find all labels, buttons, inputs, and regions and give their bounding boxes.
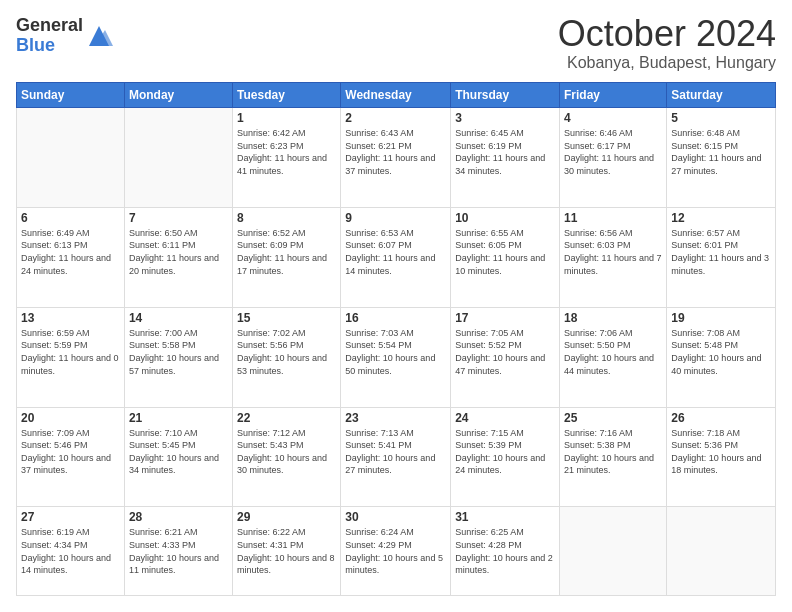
day-number: 27 <box>21 510 120 524</box>
day-number: 29 <box>237 510 336 524</box>
month-title: October 2024 <box>558 16 776 52</box>
day-info: Sunrise: 6:48 AM Sunset: 6:15 PM Dayligh… <box>671 127 771 177</box>
table-row: 11Sunrise: 6:56 AM Sunset: 6:03 PM Dayli… <box>560 207 667 307</box>
logo-icon <box>85 22 113 50</box>
table-row: 1Sunrise: 6:42 AM Sunset: 6:23 PM Daylig… <box>233 108 341 208</box>
day-info: Sunrise: 6:19 AM Sunset: 4:34 PM Dayligh… <box>21 526 120 576</box>
day-info: Sunrise: 6:53 AM Sunset: 6:07 PM Dayligh… <box>345 227 446 277</box>
day-info: Sunrise: 7:08 AM Sunset: 5:48 PM Dayligh… <box>671 327 771 377</box>
table-row: 3Sunrise: 6:45 AM Sunset: 6:19 PM Daylig… <box>451 108 560 208</box>
logo-general: General <box>16 16 83 36</box>
page: General Blue October 2024 Kobanya, Budap… <box>0 0 792 612</box>
title-block: October 2024 Kobanya, Budapest, Hungary <box>558 16 776 72</box>
table-row: 13Sunrise: 6:59 AM Sunset: 5:59 PM Dayli… <box>17 307 125 407</box>
day-info: Sunrise: 6:25 AM Sunset: 4:28 PM Dayligh… <box>455 526 555 576</box>
table-row: 18Sunrise: 7:06 AM Sunset: 5:50 PM Dayli… <box>560 307 667 407</box>
day-number: 1 <box>237 111 336 125</box>
day-info: Sunrise: 7:00 AM Sunset: 5:58 PM Dayligh… <box>129 327 228 377</box>
header-friday: Friday <box>560 83 667 108</box>
day-info: Sunrise: 7:05 AM Sunset: 5:52 PM Dayligh… <box>455 327 555 377</box>
header-wednesday: Wednesday <box>341 83 451 108</box>
day-info: Sunrise: 7:10 AM Sunset: 5:45 PM Dayligh… <box>129 427 228 477</box>
table-row: 5Sunrise: 6:48 AM Sunset: 6:15 PM Daylig… <box>667 108 776 208</box>
location: Kobanya, Budapest, Hungary <box>558 54 776 72</box>
day-info: Sunrise: 6:42 AM Sunset: 6:23 PM Dayligh… <box>237 127 336 177</box>
day-number: 16 <box>345 311 446 325</box>
day-number: 7 <box>129 211 228 225</box>
day-info: Sunrise: 6:43 AM Sunset: 6:21 PM Dayligh… <box>345 127 446 177</box>
day-info: Sunrise: 6:56 AM Sunset: 6:03 PM Dayligh… <box>564 227 662 277</box>
table-row: 4Sunrise: 6:46 AM Sunset: 6:17 PM Daylig… <box>560 108 667 208</box>
day-number: 17 <box>455 311 555 325</box>
day-number: 14 <box>129 311 228 325</box>
weekday-header-row: Sunday Monday Tuesday Wednesday Thursday… <box>17 83 776 108</box>
day-number: 24 <box>455 411 555 425</box>
header: General Blue October 2024 Kobanya, Budap… <box>16 16 776 72</box>
day-info: Sunrise: 6:52 AM Sunset: 6:09 PM Dayligh… <box>237 227 336 277</box>
table-row: 7Sunrise: 6:50 AM Sunset: 6:11 PM Daylig… <box>124 207 232 307</box>
day-number: 21 <box>129 411 228 425</box>
day-number: 28 <box>129 510 228 524</box>
table-row: 15Sunrise: 7:02 AM Sunset: 5:56 PM Dayli… <box>233 307 341 407</box>
day-number: 20 <box>21 411 120 425</box>
day-number: 10 <box>455 211 555 225</box>
day-info: Sunrise: 6:57 AM Sunset: 6:01 PM Dayligh… <box>671 227 771 277</box>
day-number: 5 <box>671 111 771 125</box>
day-info: Sunrise: 6:45 AM Sunset: 6:19 PM Dayligh… <box>455 127 555 177</box>
table-row: 12Sunrise: 6:57 AM Sunset: 6:01 PM Dayli… <box>667 207 776 307</box>
day-info: Sunrise: 7:03 AM Sunset: 5:54 PM Dayligh… <box>345 327 446 377</box>
header-tuesday: Tuesday <box>233 83 341 108</box>
day-info: Sunrise: 7:06 AM Sunset: 5:50 PM Dayligh… <box>564 327 662 377</box>
logo-text: General Blue <box>16 16 83 56</box>
day-number: 13 <box>21 311 120 325</box>
table-row: 10Sunrise: 6:55 AM Sunset: 6:05 PM Dayli… <box>451 207 560 307</box>
day-info: Sunrise: 6:22 AM Sunset: 4:31 PM Dayligh… <box>237 526 336 576</box>
day-info: Sunrise: 7:16 AM Sunset: 5:38 PM Dayligh… <box>564 427 662 477</box>
table-row: 26Sunrise: 7:18 AM Sunset: 5:36 PM Dayli… <box>667 407 776 507</box>
logo-blue: Blue <box>16 36 83 56</box>
day-number: 9 <box>345 211 446 225</box>
table-row <box>17 108 125 208</box>
day-number: 4 <box>564 111 662 125</box>
day-info: Sunrise: 7:13 AM Sunset: 5:41 PM Dayligh… <box>345 427 446 477</box>
table-row: 6Sunrise: 6:49 AM Sunset: 6:13 PM Daylig… <box>17 207 125 307</box>
day-number: 2 <box>345 111 446 125</box>
table-row <box>560 507 667 596</box>
table-row: 17Sunrise: 7:05 AM Sunset: 5:52 PM Dayli… <box>451 307 560 407</box>
day-number: 15 <box>237 311 336 325</box>
day-number: 18 <box>564 311 662 325</box>
header-monday: Monday <box>124 83 232 108</box>
day-info: Sunrise: 6:49 AM Sunset: 6:13 PM Dayligh… <box>21 227 120 277</box>
table-row: 16Sunrise: 7:03 AM Sunset: 5:54 PM Dayli… <box>341 307 451 407</box>
day-number: 8 <box>237 211 336 225</box>
day-info: Sunrise: 6:55 AM Sunset: 6:05 PM Dayligh… <box>455 227 555 277</box>
table-row: 19Sunrise: 7:08 AM Sunset: 5:48 PM Dayli… <box>667 307 776 407</box>
day-number: 26 <box>671 411 771 425</box>
table-row <box>667 507 776 596</box>
logo: General Blue <box>16 16 113 56</box>
day-info: Sunrise: 7:18 AM Sunset: 5:36 PM Dayligh… <box>671 427 771 477</box>
day-number: 22 <box>237 411 336 425</box>
day-info: Sunrise: 7:02 AM Sunset: 5:56 PM Dayligh… <box>237 327 336 377</box>
day-number: 25 <box>564 411 662 425</box>
day-info: Sunrise: 6:59 AM Sunset: 5:59 PM Dayligh… <box>21 327 120 377</box>
day-info: Sunrise: 6:24 AM Sunset: 4:29 PM Dayligh… <box>345 526 446 576</box>
table-row: 21Sunrise: 7:10 AM Sunset: 5:45 PM Dayli… <box>124 407 232 507</box>
table-row: 2Sunrise: 6:43 AM Sunset: 6:21 PM Daylig… <box>341 108 451 208</box>
table-row: 8Sunrise: 6:52 AM Sunset: 6:09 PM Daylig… <box>233 207 341 307</box>
day-number: 6 <box>21 211 120 225</box>
table-row: 31Sunrise: 6:25 AM Sunset: 4:28 PM Dayli… <box>451 507 560 596</box>
table-row: 14Sunrise: 7:00 AM Sunset: 5:58 PM Dayli… <box>124 307 232 407</box>
day-number: 31 <box>455 510 555 524</box>
header-sunday: Sunday <box>17 83 125 108</box>
calendar: Sunday Monday Tuesday Wednesday Thursday… <box>16 82 776 596</box>
day-number: 3 <box>455 111 555 125</box>
day-info: Sunrise: 6:50 AM Sunset: 6:11 PM Dayligh… <box>129 227 228 277</box>
header-thursday: Thursday <box>451 83 560 108</box>
table-row: 29Sunrise: 6:22 AM Sunset: 4:31 PM Dayli… <box>233 507 341 596</box>
table-row: 20Sunrise: 7:09 AM Sunset: 5:46 PM Dayli… <box>17 407 125 507</box>
table-row: 23Sunrise: 7:13 AM Sunset: 5:41 PM Dayli… <box>341 407 451 507</box>
header-saturday: Saturday <box>667 83 776 108</box>
day-info: Sunrise: 7:15 AM Sunset: 5:39 PM Dayligh… <box>455 427 555 477</box>
day-info: Sunrise: 6:21 AM Sunset: 4:33 PM Dayligh… <box>129 526 228 576</box>
